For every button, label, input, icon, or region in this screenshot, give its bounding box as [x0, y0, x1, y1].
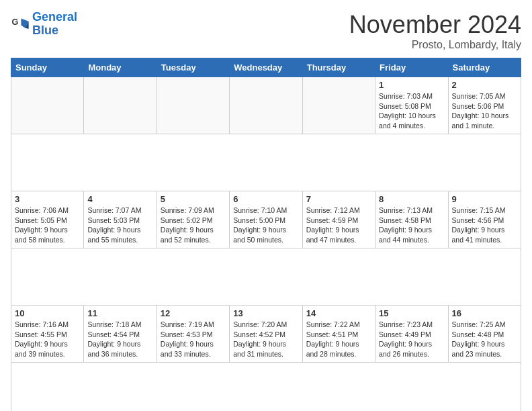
day-number: 5	[161, 194, 226, 204]
day-info: Sunrise: 7:06 AM Sunset: 5:05 PM Dayligh…	[15, 205, 80, 245]
weekday-header-row: SundayMondayTuesdayWednesdayThursdayFrid…	[11, 58, 521, 77]
day-number: 8	[379, 194, 444, 204]
calendar-cell: 9Sunrise: 7:15 AM Sunset: 4:56 PM Daylig…	[448, 191, 521, 248]
day-info: Sunrise: 7:18 AM Sunset: 4:54 PM Dayligh…	[87, 320, 152, 359]
day-number: 7	[306, 194, 371, 204]
title-section: November 2024 Prosto, Lombardy, Italy	[349, 11, 521, 51]
calendar-cell: 12Sunrise: 7:19 AM Sunset: 4:53 PM Dayli…	[157, 306, 229, 363]
location-title: Prosto, Lombardy, Italy	[349, 39, 521, 51]
day-number: 14	[306, 308, 371, 318]
calendar-cell: 14Sunrise: 7:22 AM Sunset: 4:51 PM Dayli…	[302, 306, 375, 363]
day-info: Sunrise: 7:10 AM Sunset: 5:00 PM Dayligh…	[233, 205, 298, 245]
day-number: 2	[452, 80, 517, 90]
calendar-cell: 8Sunrise: 7:13 AM Sunset: 4:58 PM Daylig…	[375, 191, 448, 248]
day-number: 12	[161, 308, 226, 318]
calendar-cell: 2Sunrise: 7:05 AM Sunset: 5:06 PM Daylig…	[448, 77, 521, 134]
day-number: 4	[87, 194, 152, 204]
day-info: Sunrise: 7:25 AM Sunset: 4:48 PM Dayligh…	[452, 320, 517, 359]
day-number: 1	[379, 80, 444, 90]
calendar-cell: 15Sunrise: 7:23 AM Sunset: 4:49 PM Dayli…	[375, 306, 448, 363]
week-separator	[11, 134, 521, 191]
weekday-header-thursday: Thursday	[302, 58, 375, 77]
calendar-week-row: 3Sunrise: 7:06 AM Sunset: 5:05 PM Daylig…	[11, 191, 521, 248]
calendar-cell: 7Sunrise: 7:12 AM Sunset: 4:59 PM Daylig…	[302, 191, 375, 248]
day-info: Sunrise: 7:05 AM Sunset: 5:06 PM Dayligh…	[452, 91, 517, 131]
day-number: 15	[379, 308, 444, 318]
day-info: Sunrise: 7:13 AM Sunset: 4:58 PM Dayligh…	[379, 205, 444, 245]
day-info: Sunrise: 7:19 AM Sunset: 4:53 PM Dayligh…	[161, 320, 226, 359]
calendar-cell	[230, 77, 302, 134]
day-info: Sunrise: 7:12 AM Sunset: 4:59 PM Dayligh…	[306, 205, 371, 245]
day-info: Sunrise: 7:22 AM Sunset: 4:51 PM Dayligh…	[306, 320, 371, 359]
month-title: November 2024	[349, 11, 521, 39]
calendar-cell: 6Sunrise: 7:10 AM Sunset: 5:00 PM Daylig…	[230, 191, 302, 248]
weekday-header-tuesday: Tuesday	[157, 58, 229, 77]
page-header: G General Blue November 2024 Prosto, Lom…	[11, 11, 521, 51]
calendar-week-row: 10Sunrise: 7:16 AM Sunset: 4:55 PM Dayli…	[11, 306, 521, 363]
day-info: Sunrise: 7:03 AM Sunset: 5:08 PM Dayligh…	[379, 91, 444, 131]
day-info: Sunrise: 7:20 AM Sunset: 4:52 PM Dayligh…	[233, 320, 298, 359]
calendar-cell	[302, 77, 375, 134]
calendar-cell: 5Sunrise: 7:09 AM Sunset: 5:02 PM Daylig…	[157, 191, 229, 248]
day-number: 10	[15, 308, 80, 318]
calendar-cell: 4Sunrise: 7:07 AM Sunset: 5:03 PM Daylig…	[84, 191, 157, 248]
day-info: Sunrise: 7:16 AM Sunset: 4:55 PM Dayligh…	[15, 320, 80, 359]
calendar-cell: 1Sunrise: 7:03 AM Sunset: 5:08 PM Daylig…	[375, 77, 448, 134]
calendar-cell: 11Sunrise: 7:18 AM Sunset: 4:54 PM Dayli…	[84, 306, 157, 363]
weekday-header-wednesday: Wednesday	[230, 58, 302, 77]
day-number: 11	[87, 308, 152, 318]
calendar-cell	[11, 77, 84, 134]
calendar-cell: 13Sunrise: 7:20 AM Sunset: 4:52 PM Dayli…	[230, 306, 302, 363]
svg-text:G: G	[11, 17, 18, 27]
logo: G General Blue	[11, 11, 77, 38]
calendar-table: SundayMondayTuesdayWednesdayThursdayFrid…	[11, 58, 521, 411]
day-number: 3	[15, 194, 80, 204]
day-info: Sunrise: 7:23 AM Sunset: 4:49 PM Dayligh…	[379, 320, 444, 359]
day-number: 16	[452, 308, 517, 318]
calendar-cell: 16Sunrise: 7:25 AM Sunset: 4:48 PM Dayli…	[448, 306, 521, 363]
calendar-week-row: 1Sunrise: 7:03 AM Sunset: 5:08 PM Daylig…	[11, 77, 521, 134]
weekday-header-friday: Friday	[375, 58, 448, 77]
day-number: 6	[233, 194, 298, 204]
weekday-header-sunday: Sunday	[11, 58, 84, 77]
calendar-cell	[84, 77, 157, 134]
weekday-header-monday: Monday	[84, 58, 157, 77]
calendar-cell: 3Sunrise: 7:06 AM Sunset: 5:05 PM Daylig…	[11, 191, 84, 248]
day-number: 13	[233, 308, 298, 318]
day-number: 9	[452, 194, 517, 204]
logo-icon: G	[11, 15, 30, 34]
day-info: Sunrise: 7:15 AM Sunset: 4:56 PM Dayligh…	[452, 205, 517, 245]
day-info: Sunrise: 7:07 AM Sunset: 5:03 PM Dayligh…	[87, 205, 152, 245]
week-separator	[11, 363, 521, 412]
week-separator	[11, 248, 521, 306]
calendar-cell	[157, 77, 229, 134]
day-info: Sunrise: 7:09 AM Sunset: 5:02 PM Dayligh…	[161, 205, 226, 245]
weekday-header-saturday: Saturday	[448, 58, 521, 77]
calendar-cell: 10Sunrise: 7:16 AM Sunset: 4:55 PM Dayli…	[11, 306, 84, 363]
logo-text: General Blue	[32, 11, 77, 38]
